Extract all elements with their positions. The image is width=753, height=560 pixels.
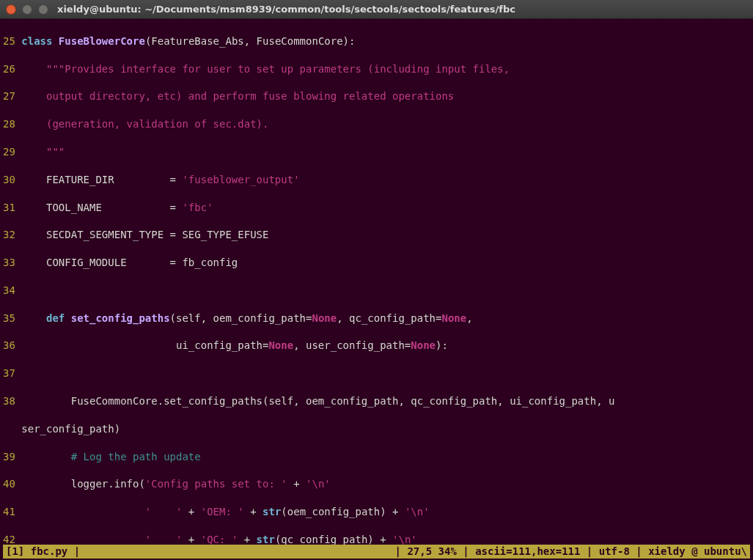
line-number: 26 — [3, 62, 15, 76]
string-literal: 'fbc' — [182, 202, 213, 213]
line-number: 29 — [3, 145, 15, 159]
line-number: 41 — [3, 505, 15, 519]
docstring: """ — [21, 146, 65, 158]
status-left: [1] fbc.py | — [6, 545, 80, 559]
line-number: 34 — [3, 284, 15, 298]
line-number: 32 — [3, 228, 15, 242]
keyword-class: class — [21, 35, 59, 47]
function-name: set_config_paths — [71, 312, 170, 324]
line-number: 25 — [3, 34, 15, 48]
line-number: 39 — [3, 450, 15, 464]
comment: # Log the path update — [71, 451, 201, 463]
docstring: output directory, etc) and perform fuse … — [21, 90, 454, 102]
line-number: 36 — [3, 339, 15, 353]
keyword-def: def — [46, 312, 71, 324]
line-number: 33 — [3, 256, 15, 270]
terminal-viewport[interactable]: 25 class FuseBlowerCore(FeatureBase_Abs,… — [0, 19, 753, 560]
docstring: """Provides interface for user to set up… — [21, 63, 510, 75]
window-titlebar: xieldy@ubuntu: ~/Documents/msm8939/commo… — [0, 0, 753, 19]
line-number: 27 — [3, 89, 15, 103]
vim-statusbar: [1] fbc.py | | 27,5 34% | ascii=111,hex=… — [3, 545, 750, 559]
line-number: 30 — [3, 173, 15, 187]
line-number: 37 — [3, 366, 15, 380]
class-name: FuseBlowerCore — [59, 35, 145, 47]
close-icon[interactable] — [6, 4, 16, 15]
status-right: | 27,5 34% | ascii=111,hex=111 | utf-8 |… — [395, 545, 747, 559]
window-title: xieldy@ubuntu: ~/Documents/msm8939/commo… — [57, 3, 515, 16]
maximize-icon[interactable] — [38, 4, 48, 15]
wrapped-line: ser_config_path) — [21, 423, 120, 435]
line-number: 28 — [3, 117, 15, 131]
line-number — [3, 422, 15, 436]
builtin-str: str — [262, 506, 281, 517]
line-number: 38 — [3, 394, 15, 408]
docstring: (generation, validation of sec.dat). — [21, 118, 268, 130]
line-number: 40 — [3, 477, 15, 491]
minimize-icon[interactable] — [22, 4, 32, 15]
line-number: 31 — [3, 201, 15, 215]
line-number: 35 — [3, 312, 15, 325]
string-literal: 'fuseblower_output' — [182, 174, 299, 185]
